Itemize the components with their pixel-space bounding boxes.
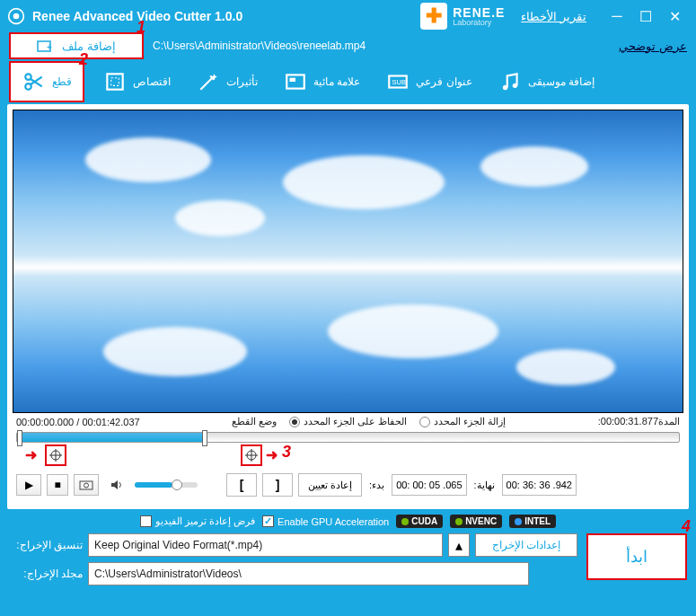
checkbox-icon: [262, 515, 274, 527]
target-icon: [245, 449, 258, 462]
svg-text:+: +: [47, 42, 52, 52]
tool-subtitle[interactable]: SUB عنوان فرعي: [378, 66, 479, 97]
output-format-select[interactable]: Keep Original Video Format(*.mp4): [88, 533, 443, 557]
svg-rect-6: [107, 74, 122, 89]
close-button[interactable]: ✕: [660, 4, 689, 28]
plus-icon: ✚: [426, 4, 442, 28]
svg-point-13: [512, 84, 516, 88]
crop-icon: [102, 70, 128, 93]
file-path-label: C:\Users\Administrator\Videos\reneelab.m…: [153, 40, 366, 52]
magnifier-icon: [563, 565, 577, 579]
camera-icon: [79, 480, 93, 490]
annotation-1: 1: [137, 18, 145, 37]
svg-text:SUB: SUB: [392, 78, 407, 86]
play-button[interactable]: ▶: [16, 474, 41, 496]
snapshot-button[interactable]: [74, 474, 99, 496]
checkbox-icon: [140, 515, 152, 527]
add-file-button[interactable]: + إضافة ملف 1: [9, 32, 144, 59]
nvenc-badge: NVENC: [450, 515, 502, 528]
brand-logo: ✚ RENE.E Laboratory: [420, 3, 505, 30]
svg-point-12: [503, 85, 507, 90]
output-panel: فرض إعادة ترميز الفيديو Enable GPU Accel…: [0, 509, 696, 591]
speaker-icon: [110, 479, 124, 491]
intel-badge: INTEL: [509, 515, 556, 528]
reset-button[interactable]: إعادة تعيين: [298, 473, 362, 497]
start-time-input[interactable]: 00: 00: 05 .065: [392, 474, 466, 496]
radio-icon: [419, 417, 430, 427]
svg-point-22: [565, 567, 573, 575]
browse-folder-button[interactable]: [538, 566, 554, 582]
svg-rect-20: [80, 481, 93, 489]
annotation-2: 2: [79, 50, 88, 69]
mark-start-button[interactable]: [45, 444, 66, 466]
tool-cut[interactable]: قطع 2: [9, 61, 84, 102]
wand-icon: [196, 70, 221, 93]
annotation-4: 4: [682, 517, 691, 536]
stop-button[interactable]: ■: [47, 474, 68, 496]
svg-line-23: [572, 574, 577, 578]
playback-controls: ▶ ■ [ ] إعادة تعيين :بدء 00: 00: 05 .065…: [13, 470, 683, 504]
end-time-input[interactable]: 00: 36: 36 .942: [502, 474, 577, 496]
svg-rect-9: [290, 78, 296, 82]
volume-slider[interactable]: [135, 482, 198, 488]
music-icon: [498, 70, 523, 93]
folder-icon: [538, 566, 554, 578]
add-file-icon: +: [37, 39, 53, 53]
format-dropdown-button[interactable]: ▴: [448, 533, 470, 557]
error-report-link[interactable]: تقرير الأخطاء: [521, 10, 586, 23]
output-format-label: :تنسيق الإخراج: [9, 539, 83, 551]
output-settings-button[interactable]: إعدادات الإخراج: [475, 533, 577, 557]
duration-display: :المدة00:00:31.877: [598, 416, 680, 427]
tool-effects[interactable]: تأثيرات: [189, 66, 265, 97]
force-recode-checkbox[interactable]: فرض إعادة ترميز الفيديو: [140, 515, 255, 527]
svg-point-21: [84, 483, 89, 488]
file-bar: + إضافة ملف 1 C:\Users\Administrator\Vid…: [0, 32, 696, 59]
playback-position: 00:00:00.000 / 00:01:42.037: [16, 417, 140, 427]
start-button[interactable]: ابدأ 4: [586, 533, 687, 580]
gpu-accel-checkbox[interactable]: Enable GPU Acceleration: [262, 515, 389, 527]
tool-music[interactable]: إضافة موسيقى: [490, 66, 602, 97]
mark-end-button[interactable]: [241, 444, 262, 466]
app-icon: [7, 7, 25, 25]
arrow-icon: ➜: [25, 446, 37, 463]
set-end-bracket[interactable]: ]: [262, 473, 293, 497]
video-preview[interactable]: [13, 110, 683, 413]
tool-watermark[interactable]: علامة مائية: [276, 66, 367, 97]
svg-rect-7: [111, 78, 119, 86]
radio-icon: [289, 417, 300, 427]
maximize-button[interactable]: ☐: [631, 4, 660, 28]
scissors-icon: [22, 70, 47, 93]
demo-link[interactable]: عرض توضحي: [619, 40, 687, 53]
cuda-badge: CUDA: [396, 515, 443, 528]
arrow-icon: ➜: [266, 446, 278, 463]
timeline-info: 00:00:00.000 / 00:01:42.037 وضع القطع ال…: [13, 413, 683, 430]
encoding-options: فرض إعادة ترميز الفيديو Enable GPU Accel…: [9, 515, 687, 528]
titlebar: Renee Advanced Video Cutter 1.0.0 ✚ RENE…: [0, 0, 696, 32]
open-folder-button[interactable]: [563, 565, 577, 583]
volume-button[interactable]: [104, 474, 129, 496]
annotation-3: 3: [282, 443, 291, 462]
main-panel: 00:00:00.000 / 00:01:42.037 وضع القطع ال…: [7, 104, 689, 509]
toolbar: قطع 2 اقتصاص تأثيرات علامة مائية SUB عنو…: [0, 59, 696, 104]
output-folder-input[interactable]: C:\Users\Administrator\Videos\: [88, 562, 529, 585]
radio-remove-selected[interactable]: إزالة الجزء المحدد: [419, 416, 506, 427]
subtitle-icon: SUB: [385, 70, 410, 93]
minimize-button[interactable]: ─: [603, 4, 631, 28]
svg-point-1: [13, 13, 20, 20]
tool-crop[interactable]: اقتصاص: [95, 66, 178, 97]
output-folder-label: :مجلد الإخراج: [9, 568, 83, 580]
set-start-bracket[interactable]: [: [226, 473, 257, 497]
radio-keep-selected[interactable]: الحفاظ على الجزء المحدد: [289, 416, 407, 427]
target-icon: [49, 449, 62, 462]
timeline-slider[interactable]: [16, 432, 680, 443]
watermark-icon: [283, 70, 308, 93]
